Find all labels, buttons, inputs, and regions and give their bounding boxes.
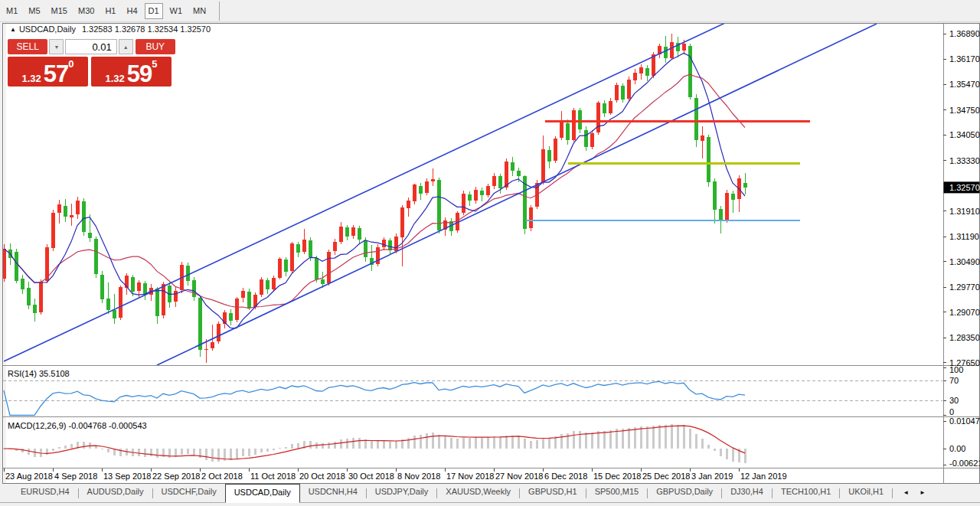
toolbar-separator: [219, 2, 220, 21]
date-axis-label: 4 Sep 2018: [54, 472, 97, 481]
tab-gbpusd-h1[interactable]: GBPUSD,H1: [520, 484, 586, 501]
date-axis-label: 15 Dec 2018: [593, 472, 641, 481]
tab-usdcad-daily[interactable]: USDCAD,Daily: [225, 484, 300, 503]
trade-controls-row: SELL ▼ 0.01 ▲ BUY: [8, 39, 175, 54]
date-axis-label: 8 Nov 2018: [397, 472, 440, 481]
current-price-label: 1.32570: [949, 183, 980, 192]
one-click-trading-panel: SELL ▼ 0.01 ▲ BUY 1.32 57 0 1.32 59 5: [8, 39, 175, 87]
timeframe-m1[interactable]: M1: [2, 3, 21, 19]
timeframe-d1[interactable]: D1: [145, 3, 163, 19]
sell-price-base: 1.32: [21, 73, 41, 83]
macd-axis-max: 0.010474: [949, 416, 980, 426]
price-axis-label: 1.31910: [949, 207, 980, 216]
macd-pane-label: MACD(12,26,9) -0.004768 -0.000543: [8, 421, 147, 430]
tab-audusd-daily[interactable]: AUDUSD,Daily: [79, 484, 152, 501]
chart-ohlc: 1.32583 1.32678 1.32534 1.32570: [82, 24, 211, 34]
date-axis-label: 20 Oct 2018: [299, 472, 345, 481]
lot-increase-button[interactable]: ▲: [119, 39, 133, 54]
mt4-terminal: { "toolbar": { "timeframes": [ {"label":…: [0, 0, 980, 506]
date-axis-label: 12 Jan 2019: [740, 472, 787, 481]
tab-scroll-arrows: ◄►: [897, 484, 931, 501]
buy-price-base: 1.32: [105, 73, 124, 83]
buy-price-button[interactable]: 1.32 59 5: [91, 57, 172, 87]
date-axis-label: 13 Sep 2018: [103, 472, 151, 481]
price-axis-label: 1.36170: [949, 54, 980, 64]
tab-divider: [892, 488, 893, 498]
macd-name: MACD(12,26,9): [8, 421, 66, 430]
price-axis-label: 1.31190: [949, 232, 979, 241]
date-axis-label: 23 Aug 2018: [5, 472, 53, 481]
tab-scroll-left-icon[interactable]: ◄: [897, 489, 914, 496]
tab-tech100-h1[interactable]: TECH100,H1: [773, 484, 839, 501]
tab-dj30-h4[interactable]: DJ30,H4: [722, 484, 772, 501]
date-axis-label: 11 Oct 2018: [250, 472, 296, 481]
collapse-triangle-icon[interactable]: ▲: [10, 26, 16, 33]
chart-canvas[interactable]: 1.368901.361701.354701.347501.340501.333…: [2, 23, 980, 484]
buy-price-pips: 59: [127, 64, 152, 83]
price-axis-label: 1.29770: [949, 282, 980, 292]
timeframe-h1[interactable]: H1: [101, 3, 119, 19]
rsi-axis-label: 0: [949, 407, 954, 416]
rsi-axis-label: 100: [949, 365, 963, 374]
tab-eurusd-h4[interactable]: EURUSD,H4: [12, 484, 78, 501]
date-axis-label: 30 Oct 2018: [348, 472, 394, 481]
trade-prices-row: 1.32 57 0 1.32 59 5: [8, 57, 175, 87]
timeframe-m30[interactable]: M30: [74, 3, 98, 19]
chart-tab-bar: EURUSD,H4AUDUSD,DailyUSDCHF,DailyUSDCAD,…: [0, 484, 980, 506]
date-axis-label: 25 Dec 2018: [642, 472, 690, 481]
tab-usdjpy-daily[interactable]: USDJPY,Daily: [367, 484, 437, 501]
buy-price-fraction: 5: [152, 60, 157, 68]
timeframe-toolbar: M1M5M15M30H1H4D1W1MN: [0, 0, 980, 22]
timeframe-mn[interactable]: MN: [189, 3, 210, 19]
price-axis-label: 1.29070: [949, 308, 980, 317]
macd-axis-min: -0.006218: [949, 459, 980, 468]
timeframe-h4[interactable]: H4: [122, 3, 141, 19]
timeframe-m5[interactable]: M5: [24, 3, 44, 19]
rsi-value: 35.5108: [39, 369, 70, 378]
buy-button[interactable]: BUY: [136, 39, 175, 54]
chart-symbol: USDCAD,Daily: [19, 24, 76, 34]
price-axis-label: 1.30490: [949, 257, 980, 266]
tab-usdcnh-h4[interactable]: USDCNH,H4: [300, 484, 366, 501]
rsi-pane-label: RSI(14) 35.5108: [8, 369, 70, 378]
chart-window-frame: [3, 24, 980, 484]
date-axis-label: 3 Jan 2019: [691, 472, 733, 481]
tab-sp500-m15[interactable]: SP500,M15: [586, 484, 647, 501]
date-axis-label: 27 Nov 2018: [495, 472, 543, 481]
price-axis-label: 1.36890: [949, 29, 980, 38]
lot-decrease-button[interactable]: ▼: [49, 39, 64, 54]
tab-xauusd-weekly[interactable]: XAUUSD,Weekly: [437, 484, 519, 501]
rsi-axis-label: 70: [949, 376, 959, 385]
price-axis-label: 1.28350: [949, 333, 980, 342]
lot-size-input[interactable]: 0.01: [65, 39, 116, 54]
date-axis-label: 22 Sep 2018: [152, 472, 200, 481]
tab-ukoil-h1[interactable]: UKOil,H1: [840, 484, 892, 501]
price-axis-label: 1.34050: [949, 130, 980, 139]
chart-title: ▲USDCAD,Daily1.32583 1.32678 1.32534 1.3…: [10, 24, 211, 34]
tab-usdchf-daily[interactable]: USDCHF,Daily: [153, 484, 225, 501]
macd-axis-zero: 0.00: [949, 444, 965, 453]
timeframe-m15[interactable]: M15: [47, 3, 71, 19]
price-axis-label: 1.34750: [949, 106, 980, 115]
date-axis-label: 17 Nov 2018: [446, 472, 494, 481]
tab-scroll-right-icon[interactable]: ►: [914, 489, 931, 496]
tab-gbpusd-daily[interactable]: GBPUSD,Daily: [648, 484, 721, 501]
price-axis-label: 1.35470: [949, 80, 980, 89]
rsi-axis-label: 30: [949, 396, 959, 405]
timeframe-w1[interactable]: W1: [166, 3, 187, 19]
sell-button[interactable]: SELL: [8, 39, 47, 54]
price-axis-label: 1.33330: [949, 156, 980, 165]
rsi-name: RSI(14): [8, 369, 37, 378]
sell-price-pips: 57: [44, 64, 68, 83]
sell-price-fraction: 0: [68, 60, 74, 68]
sell-price-button[interactable]: 1.32 57 0: [8, 57, 88, 87]
date-axis-label: 6 Dec 2018: [544, 472, 587, 481]
date-axis-label: 2 Oct 2018: [201, 472, 243, 481]
macd-values: -0.004768 -0.000543: [68, 421, 146, 430]
